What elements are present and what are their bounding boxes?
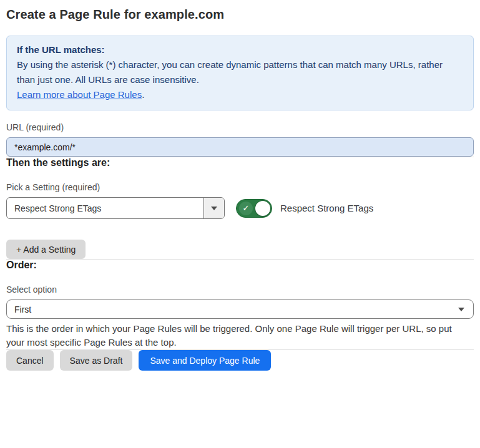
setting-select-arrow-button[interactable]	[203, 198, 224, 218]
save-draft-button[interactable]: Save as Draft	[60, 350, 133, 371]
info-link-row: Learn more about Page Rules.	[17, 87, 463, 102]
learn-more-link[interactable]: Learn more about Page Rules	[17, 89, 142, 100]
pick-setting-label: Pick a Setting (required)	[6, 182, 474, 192]
setting-select[interactable]: Respect Strong ETags	[6, 197, 225, 219]
order-heading: Order:	[6, 260, 474, 271]
chevron-down-icon	[458, 308, 464, 311]
setting-row: Respect Strong ETags ✓ Respect Strong ET…	[6, 197, 474, 219]
footer-buttons: Cancel Save as Draft Save and Deploy Pag…	[6, 350, 474, 380]
toggle-label: Respect Strong ETags	[280, 203, 373, 213]
link-period: .	[142, 89, 144, 100]
url-match-info-box: If the URL matches: By using the asteris…	[6, 36, 474, 110]
page-title: Create a Page Rule for example.com	[6, 7, 474, 22]
save-deploy-button[interactable]: Save and Deploy Page Rule	[139, 350, 271, 371]
setting-select-value: Respect Strong ETags	[7, 198, 203, 218]
setting-toggle[interactable]: ✓	[236, 199, 272, 218]
info-box-heading: If the URL matches:	[17, 42, 463, 57]
order-select[interactable]: First	[6, 299, 474, 319]
info-box-body: By using the asterisk (*) character, you…	[17, 57, 463, 87]
url-input[interactable]	[6, 137, 474, 157]
add-setting-button[interactable]: + Add a Setting	[6, 240, 86, 259]
chevron-down-icon	[211, 207, 217, 210]
settings-heading: Then the settings are:	[6, 157, 474, 168]
order-help-text: This is the order in which your Page Rul…	[6, 322, 471, 349]
check-icon: ✓	[239, 202, 253, 215]
url-label: URL (required)	[6, 122, 474, 132]
create-page-rule-form: Create a Page Rule for example.com If th…	[0, 0, 480, 380]
cancel-button[interactable]: Cancel	[6, 350, 54, 371]
toggle-group: ✓ Respect Strong ETags	[236, 199, 373, 218]
select-option-label: Select option	[6, 285, 474, 295]
toggle-knob	[255, 201, 270, 216]
order-select-value: First	[14, 304, 31, 314]
